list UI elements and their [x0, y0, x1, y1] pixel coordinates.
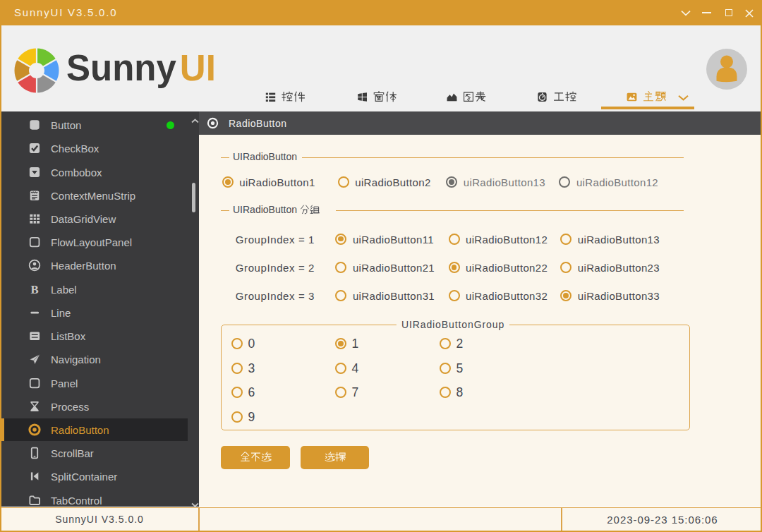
svg-text:B: B [30, 282, 38, 296]
